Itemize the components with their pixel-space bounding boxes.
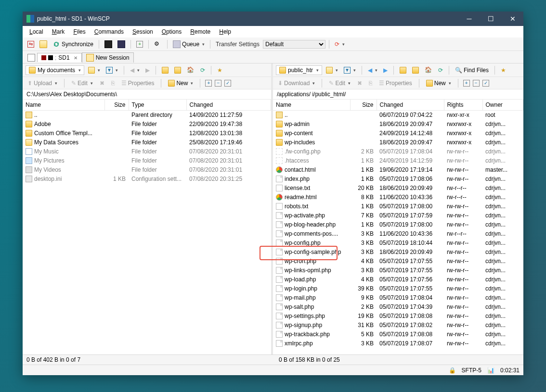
table-row[interactable]: ..Parent directory14/09/2020 11:27:59 [23, 111, 271, 120]
table-row[interactable]: index.php1 KB05/07/2019 17:08:06rw-rw-r-… [273, 175, 523, 184]
open-remote-dir-button[interactable] [324, 66, 340, 75]
table-row[interactable]: desktop.ini1 KBConfiguration sett...07/0… [23, 175, 271, 184]
edit-local-button[interactable]: ✎Edit [69, 79, 95, 88]
filter-button[interactable]: ▼ [104, 66, 120, 75]
col-header[interactable]: Owner [482, 100, 523, 111]
table-row[interactable]: AdobeFile folder22/09/2020 19:47:38 [23, 120, 271, 129]
terminal-button[interactable] [116, 39, 127, 49]
col-header[interactable]: Changed [377, 100, 444, 111]
table-row[interactable]: license.txt20 KB18/06/2019 20:09:49rw-r-… [273, 184, 523, 193]
table-row[interactable]: robots.txt1 KB05/07/2019 17:08:00rw-rw-r… [273, 202, 523, 211]
back-button[interactable]: ◀ [128, 66, 142, 75]
remote-parent-button[interactable] [398, 66, 408, 75]
properties-remote-button[interactable]: ☰Properties [377, 79, 414, 88]
table-row[interactable]: My MusicFile folder07/08/2020 20:31:01 [23, 147, 271, 156]
table-row[interactable]: wp-salt.php2 KB05/07/2019 17:04:39rw-rw-… [273, 303, 523, 312]
remote-bookmark-button[interactable]: ★ [499, 66, 508, 75]
menu-options[interactable]: Options [158, 27, 185, 36]
table-row[interactable]: wp-trackback.php5 KB05/07/2019 17:08:08r… [273, 330, 523, 339]
table-row[interactable]: ..06/07/2019 07:04:22rwxr-xr-xroot [273, 111, 523, 120]
table-row[interactable]: wp-admin18/06/2019 20:09:47rwxrwxr-xcdrj… [273, 120, 523, 129]
table-row[interactable]: wp-links-opml.php3 KB05/07/2019 17:07:55… [273, 266, 523, 275]
close-button[interactable]: ✕ [502, 12, 523, 26]
close-tab-icon[interactable]: ✕ [74, 55, 78, 61]
table-row[interactable]: wp-includes18/06/2019 20:09:47rwxrwxr-xc… [273, 138, 523, 147]
minus-button[interactable]: − [215, 80, 221, 87]
remote-filter-button[interactable]: ▼ [342, 66, 358, 75]
refresh-button[interactable]: ⟳ [333, 40, 347, 49]
gear-button[interactable]: ⚙ [152, 39, 164, 49]
synchronize-button[interactable]: Synchronize [51, 39, 95, 49]
col-header[interactable]: Size [350, 100, 377, 111]
remote-plus-button[interactable]: + [463, 80, 470, 87]
minimize-button[interactable]: ─ [458, 12, 480, 26]
col-header[interactable]: Name [273, 100, 350, 111]
home-button[interactable]: 🏠 [185, 65, 196, 75]
new-local-button[interactable]: New [166, 79, 195, 88]
menu-help[interactable]: Help [215, 27, 235, 36]
titlebar[interactable]: public_html - SD1 - WinSCP ─ ☐ ✕ [23, 12, 523, 26]
delete-local-button[interactable]: ✖ [98, 79, 106, 88]
remote-check-button[interactable]: ✓ [482, 80, 489, 87]
remote-home-button[interactable]: 🏠 [423, 65, 434, 75]
root-button[interactable] [172, 66, 183, 75]
table-row[interactable]: My Data SourcesFile folder25/08/2020 17:… [23, 138, 271, 147]
col-header[interactable]: Rights [444, 100, 482, 111]
stats-icon[interactable]: 📊 [487, 367, 494, 374]
menu-session[interactable]: Session [129, 27, 157, 36]
transfer-settings-select[interactable]: Default [263, 40, 325, 49]
col-header[interactable]: Type [129, 100, 186, 111]
remote-root-button[interactable] [410, 66, 421, 75]
menu-files[interactable]: Files [69, 27, 89, 36]
upload-button[interactable]: ⬆Upload [26, 79, 59, 88]
table-row[interactable]: My VideosFile folder07/08/2020 20:31:01 [23, 165, 271, 175]
table-row[interactable]: wp-signup.php31 KB05/07/2019 17:08:02rw-… [273, 321, 523, 330]
plus-button[interactable]: + [205, 80, 212, 87]
remote-back-button[interactable]: ◀ [366, 66, 379, 75]
bookmark-button[interactable]: ★ [215, 66, 224, 75]
menu-commands[interactable]: Commands [91, 27, 128, 36]
table-row[interactable]: My PicturesFile folder07/08/2020 20:31:0… [23, 156, 271, 165]
table-row[interactable]: wp-cron.php4 KB05/07/2019 17:07:55rw-rw-… [273, 257, 523, 266]
remote-forward-button[interactable]: ▶ [381, 66, 390, 75]
table-row[interactable]: wp-comments-pos....3 KB11/06/2020 10:43:… [273, 229, 523, 239]
table-row[interactable]: .htaccess1 KB24/09/2019 14:12:59rw-rw-r-… [273, 156, 523, 165]
col-header[interactable]: Name [23, 100, 104, 111]
table-row[interactable]: wp-settings.php19 KB05/07/2019 17:08:08r… [273, 312, 523, 321]
add-button[interactable]: + [134, 40, 145, 49]
table-row[interactable]: wp-config-sample.php3 KB18/06/2019 20:09… [273, 248, 523, 257]
sync-browse-button[interactable] [38, 39, 49, 49]
session-tab-active[interactable]: ;SD1 ✕ [37, 53, 82, 62]
table-row[interactable]: readme.html8 KB11/06/2020 10:43:36rw-r--… [273, 193, 523, 202]
local-file-list[interactable]: NameSizeTypeChanged ..Parent directory14… [23, 100, 271, 354]
table-row[interactable]: wp-load.php4 KB05/07/2019 17:07:56rw-rw-… [273, 275, 523, 284]
remote-file-list[interactable]: NameSizeChangedRightsOwner ..06/07/2019 … [273, 100, 523, 354]
find-files-button[interactable]: 🔍Find Files [453, 66, 491, 75]
maximize-button[interactable]: ☐ [480, 12, 502, 26]
table-row[interactable]: .fw-config.php2 KB05/07/2019 17:08:04rw-… [273, 147, 523, 156]
edit-remote-button[interactable]: ✎Edit [327, 79, 352, 88]
menu-mark[interactable]: Mark [48, 27, 69, 36]
local-dir-select[interactable]: My documents [26, 65, 84, 75]
parent-button[interactable] [160, 66, 170, 75]
col-header[interactable]: Size [104, 100, 129, 111]
menu-remote[interactable]: Remote [186, 27, 214, 36]
forward-button[interactable]: ▶ [143, 66, 152, 75]
download-button[interactable]: ⬇Download [276, 79, 317, 88]
col-header[interactable]: Changed [186, 100, 271, 111]
rename-remote-button[interactable]: ⎘ [367, 79, 374, 88]
table-row[interactable]: wp-config.php3 KB05/07/2019 18:10:44rw-r… [273, 239, 523, 248]
remote-dir-select[interactable]: public_htr [276, 65, 322, 75]
menu-local[interactable]: Local [26, 27, 47, 36]
table-row[interactable]: contact.html1 KB19/06/2020 17:19:14rw-rw… [273, 165, 523, 175]
open-dir-button[interactable] [86, 66, 102, 75]
compare-button[interactable]: ⇆ [26, 40, 36, 49]
new-session-tab[interactable]: New Session [82, 52, 134, 63]
refresh-remote-button[interactable]: ⟳ [436, 66, 445, 75]
table-row[interactable]: wp-login.php39 KB05/07/2019 17:07:55rw-r… [273, 284, 523, 293]
rename-local-button[interactable]: ⎘ [109, 79, 117, 88]
new-remote-button[interactable]: New [424, 79, 453, 88]
table-row[interactable]: wp-blog-header.php1 KB05/07/2019 17:08:0… [273, 220, 523, 229]
refresh-local-button[interactable]: ⟳ [198, 66, 207, 75]
remote-minus-button[interactable]: − [473, 80, 480, 87]
